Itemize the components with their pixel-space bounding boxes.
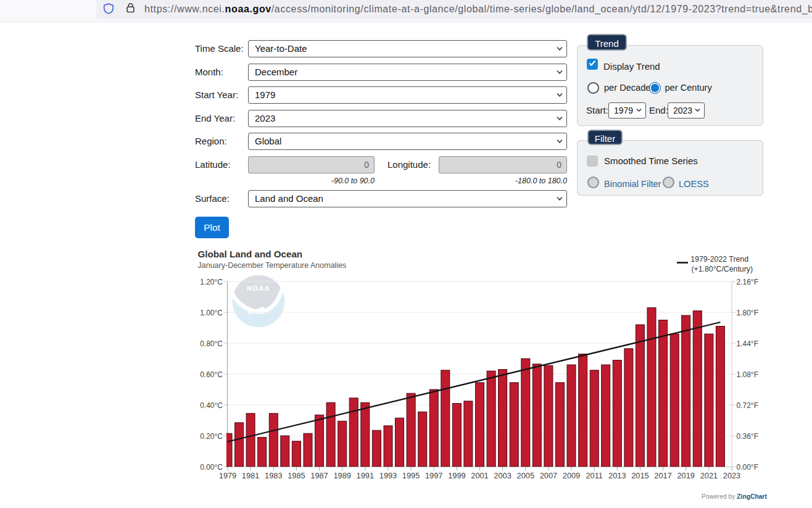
svg-text:2021: 2021 <box>700 471 718 480</box>
svg-text:1979-2022 Trend: 1979-2022 Trend <box>690 255 748 264</box>
svg-text:1999: 1999 <box>448 471 465 480</box>
svg-text:2015: 2015 <box>631 471 648 480</box>
svg-text:1.80°F: 1.80°F <box>737 309 758 317</box>
svg-text:0.00°C: 0.00°C <box>200 463 223 472</box>
svg-text:1983: 1983 <box>265 471 282 480</box>
svg-text:(+1.80°C/Century): (+1.80°C/Century) <box>691 265 753 273</box>
svg-text:0.60°C: 0.60°C <box>200 370 223 379</box>
svg-text:Global Land and Ocean: Global Land and Ocean <box>198 249 303 259</box>
svg-text:1993: 1993 <box>379 471 397 480</box>
svg-text:2013: 2013 <box>608 471 626 480</box>
svg-text:0.36°F: 0.36°F <box>737 432 758 441</box>
svg-text:0.72°F: 0.72°F <box>737 401 758 410</box>
svg-text:2011: 2011 <box>586 471 603 480</box>
svg-text:January-December Temperature A: January-December Temperature Anomalies <box>198 261 347 270</box>
svg-text:1.00°C: 1.00°C <box>200 309 223 317</box>
svg-text:1985: 1985 <box>288 471 305 480</box>
svg-text:2007: 2007 <box>540 471 557 480</box>
svg-text:1987: 1987 <box>310 471 328 480</box>
svg-text:2.16°F: 2.16°F <box>737 278 758 286</box>
svg-text:0.40°C: 0.40°C <box>200 401 223 410</box>
svg-text:2019: 2019 <box>677 471 694 480</box>
svg-text:1.44°F: 1.44°F <box>737 339 758 348</box>
svg-text:2001: 2001 <box>471 471 488 480</box>
svg-text:2005: 2005 <box>517 471 534 480</box>
svg-text:NOAA: NOAA <box>247 285 270 292</box>
svg-text:Powered by ZingChart: Powered by ZingChart <box>702 493 767 500</box>
svg-text:0.00°F: 0.00°F <box>737 463 758 472</box>
svg-text:2003: 2003 <box>494 471 511 480</box>
svg-text:1981: 1981 <box>242 471 259 480</box>
svg-text:2017: 2017 <box>654 471 671 480</box>
svg-text:2009: 2009 <box>563 471 580 480</box>
svg-text:1995: 1995 <box>402 471 420 480</box>
svg-text:1997: 1997 <box>425 471 442 480</box>
svg-text:1.08°F: 1.08°F <box>737 370 758 379</box>
svg-text:1991: 1991 <box>357 471 374 480</box>
svg-text:1989: 1989 <box>333 471 350 480</box>
svg-text:1.20°C: 1.20°C <box>200 278 223 286</box>
svg-text:2023: 2023 <box>723 471 740 480</box>
svg-text:0.80°C: 0.80°C <box>200 339 223 348</box>
svg-text:1979: 1979 <box>219 471 236 480</box>
svg-text:0.20°C: 0.20°C <box>200 432 223 441</box>
